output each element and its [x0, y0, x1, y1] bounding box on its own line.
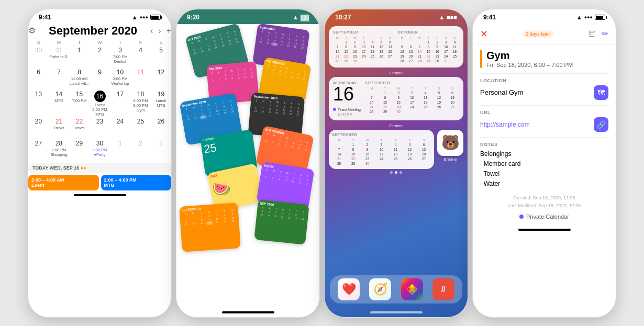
day-events: Team Meeting 10:45 PM	[333, 108, 361, 116]
status-time-4: 9:41	[483, 14, 496, 21]
event-chip-mtg[interactable]: 2:00 – 4:00 PM MTG	[101, 175, 172, 190]
cal-day-16-today[interactable]: 16Event2:00 PMMTG	[90, 90, 110, 117]
phone-3-widgets: 10:27 ▲ ■■■ SEPTEMBER MTWTFSS 123456 789…	[324, 9, 468, 318]
divider-2	[480, 105, 608, 106]
created-text: Created: Sep 16, 2020, 17:05	[480, 194, 608, 201]
dock-streaks-icon[interactable]: //	[432, 278, 454, 300]
event-chip-event[interactable]: 2:00 – 4:00 AM Event	[28, 175, 99, 190]
calendar-content: ⚙ September 2020 ‹ › + SMTWTFS 30 31Fath…	[28, 24, 171, 190]
event-title-group: Gym Fri, Sep 18, 2020, 6:00 – 7:00 PM	[486, 50, 573, 68]
wifi-icon-1: ▲	[132, 14, 138, 20]
url-value-row: http://sample.com 🔗	[480, 117, 608, 132]
small-sep-widget[interactable]: SEPTEMBER MTWTFSS 123456 78910111213 141…	[329, 130, 434, 169]
cal-day-22[interactable]: 22Travel	[69, 117, 90, 139]
cal-day-3-next[interactable]: 3	[151, 139, 171, 161]
event-title-section: Gym Fri, Sep 18, 2020, 6:00 – 7:00 PM	[480, 50, 608, 68]
battery-icon-2: ▓▓	[301, 14, 309, 20]
cal-day-13[interactable]: 13	[28, 90, 49, 117]
delete-button[interactable]: 🗑	[588, 29, 596, 39]
location-text: Personal Gym	[480, 88, 523, 96]
cal-day-9[interactable]: 9	[90, 68, 110, 90]
cal-day-1-next[interactable]: 1	[110, 139, 130, 161]
cal-day-2-next[interactable]: 2	[130, 139, 151, 161]
cal-day-27[interactable]: 27	[28, 139, 49, 161]
cal-day-18[interactable]: 186:00 PM8:00 PMGym	[130, 90, 151, 117]
next-month-button[interactable]: ›	[158, 26, 161, 36]
wifi-icon-4: ▲	[576, 14, 582, 20]
status-bar-3: 10:27 ▲ ■■■	[325, 9, 468, 24]
map-button[interactable]: 🗺	[594, 85, 608, 100]
cal-day-19[interactable]: 19Lunch MTG	[151, 90, 171, 117]
page-dot-3	[399, 171, 402, 174]
gear-button[interactable]: ⚙	[28, 26, 36, 36]
day-number: 16	[333, 85, 361, 104]
phone-4-event-detail: 9:41 ▲ ●●● ✕ 2 days later 🗑 ✏ Gy	[472, 9, 616, 318]
cal-day-5[interactable]: 5	[151, 46, 171, 68]
cal-day-21[interactable]: 21Travel	[49, 117, 69, 139]
small-widgets-row: SEPTEMBER MTWTFSS 123456 78910111213 141…	[329, 130, 463, 169]
large-day-left: WEDNESDAY 16 Team Meeting 10:45 PM	[333, 81, 361, 116]
event-detail-content: ✕ 2 days later 🗑 ✏ Gym Fri, Sep 18, 2020…	[473, 24, 616, 226]
edit-button[interactable]: ✏	[602, 29, 608, 39]
cal-day-31-prev[interactable]: 31Father's D.	[49, 46, 69, 68]
dock-safari-icon[interactable]: 🧭	[369, 278, 391, 300]
cal-day-23[interactable]: 23	[90, 117, 110, 139]
status-bar-4: 9:41 ▲ ●●●	[473, 9, 616, 24]
notes-section: NOTES Belongings · Member card · Towel ·…	[480, 142, 608, 189]
note-item-2: · Towel	[480, 169, 608, 179]
event-action-icons: 🗑 ✏	[588, 29, 608, 39]
cal-day-15[interactable]: 157:00 PM	[69, 90, 90, 117]
prev-month-button[interactable]: ‹	[150, 26, 153, 36]
cal-day-14[interactable]: 14MTG	[49, 90, 69, 117]
ermine-app-section: 🐻 Ermine	[437, 130, 463, 162]
signal-icon-1: ●●●	[140, 15, 148, 20]
dock-photos-icon[interactable]	[401, 278, 423, 300]
cal-day-8[interactable]: 811:00 AMLunch wit...	[69, 68, 90, 90]
cal-day-29[interactable]: 29	[69, 139, 90, 161]
cal-card-sep-amber[interactable]: SEPTEMBER SMTWTFS 12345 6789101112 13141…	[179, 203, 241, 252]
cal-day-25[interactable]: 25	[130, 117, 151, 139]
note-item-3: · Water	[480, 179, 608, 189]
home-indicator-1	[28, 190, 171, 200]
cal-day-17[interactable]: 17	[110, 90, 130, 117]
two-month-widget[interactable]: SEPTEMBER MTWTFSS 123456 78910111213 141…	[329, 26, 463, 68]
cal-day-24[interactable]: 24	[110, 117, 130, 139]
calendar-grid: 30 31Father's D. 1 2 37:00 PMDentist 4 5…	[28, 46, 171, 161]
cal-day-30[interactable]: 308:00 PM●Party	[90, 139, 110, 161]
location-value-row: Personal Gym 🗺	[480, 85, 608, 100]
cal-day-6[interactable]: 6	[28, 68, 49, 90]
cal-day-26[interactable]: 26	[151, 117, 171, 139]
cal-day-3[interactable]: 37:00 PMDentist	[110, 46, 130, 68]
status-bar-1: 9:41 ▲ ●●●	[28, 9, 171, 24]
cal-day-20[interactable]: 20	[28, 117, 49, 139]
event-name: Team Meeting	[338, 108, 361, 111]
cal-day-4[interactable]: 4	[130, 46, 151, 68]
modified-text: Last Modified: Sep 16, 2020, 17:05	[480, 202, 608, 209]
today-dots: ●●	[81, 165, 86, 171]
status-time-2: 9:20	[187, 14, 199, 21]
cal-day-28[interactable]: 282:00 PMShopping	[49, 139, 69, 161]
large-day-widget[interactable]: WEDNESDAY 16 Team Meeting 10:45 PM SEPTE…	[329, 77, 463, 120]
cal-day-2[interactable]: 2	[90, 46, 110, 68]
url-text[interactable]: http://sample.com	[480, 121, 530, 128]
cal-day-1[interactable]: 1	[69, 46, 90, 68]
cal-day-10[interactable]: 102:00 PMWorkshop	[110, 68, 130, 90]
close-button[interactable]: ✕	[480, 28, 488, 40]
ermine-label-2: Ermine	[329, 123, 463, 128]
cal-day-11[interactable]: 11	[130, 68, 151, 90]
svg-point-2	[414, 288, 416, 290]
cal-card-sep2020-green[interactable]: SEP 2020 SMTWTFS 1234567 891011121314	[254, 199, 309, 245]
status-time-1: 9:41	[39, 14, 51, 21]
add-event-button[interactable]: +	[166, 26, 171, 36]
cal-day-7[interactable]: 7	[49, 68, 69, 90]
phones-container: 9:41 ▲ ●●● ⚙ September 2020 ‹ › + SMTW	[0, 0, 644, 326]
status-icons-1: ▲ ●●●	[132, 14, 161, 20]
map-icon: 🗺	[597, 88, 605, 97]
cal-day-12[interactable]: 12	[151, 68, 171, 90]
link-button[interactable]: 🔗	[594, 117, 608, 132]
dock-health-icon[interactable]: ❤️	[338, 278, 360, 300]
wifi-icon-3: ▲	[439, 14, 445, 20]
cal-day-30-prev[interactable]: 30	[28, 46, 49, 68]
ermine-app-icon[interactable]: 🐻	[437, 130, 463, 156]
ermine-app-label: Ermine	[437, 157, 463, 162]
